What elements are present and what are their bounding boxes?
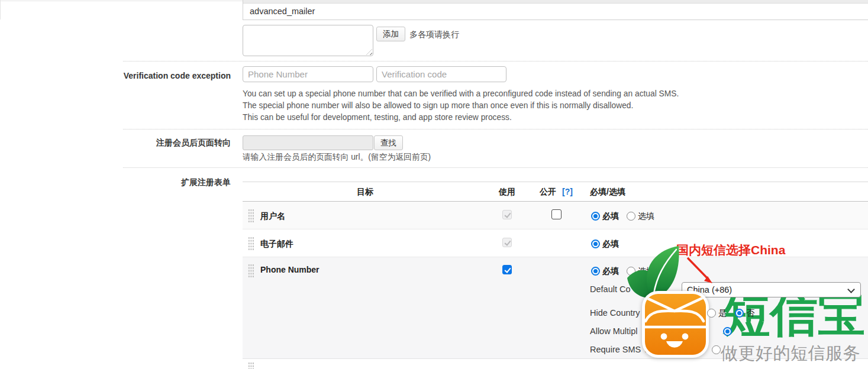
panel-left-border [0,0,1,20]
verification-exception-label: Verification code exception [65,71,231,80]
required-radio-label[interactable]: 必填 [602,266,619,277]
hide-country-no-label[interactable]: 否 [746,308,754,319]
row-label: Phone Number [260,265,320,274]
add-item-textarea[interactable] [243,25,373,56]
verification-help-line1: You can set up a special phone number th… [243,89,679,98]
separator [123,167,868,168]
header-required: 必填/选填 [590,187,625,198]
table-row-username: 用户名 必填 选填 [243,202,868,229]
required-radio-label[interactable]: 必填 [602,239,619,250]
hide-country-yes-radio[interactable] [707,309,716,318]
drag-handle-icon[interactable] [248,264,254,277]
watermark-slogan-text: 做更好的短信服务 [721,342,860,365]
required-radio[interactable] [591,212,600,221]
panel-top-border [0,1,243,1]
chevron-down-icon [847,286,855,293]
row-label: 电子邮件 [260,239,293,250]
optional-radio[interactable] [627,212,635,221]
listbox-partial-item[interactable] [243,0,868,4]
redirect-help: 请输入注册会员后的页面转向 url。(留空为返回前页) [243,152,431,163]
required-radio[interactable] [591,267,600,276]
drag-handle-icon[interactable] [248,209,254,222]
drag-handle-icon[interactable] [248,362,254,369]
add-button[interactable]: 添加 [376,27,405,41]
find-button[interactable]: 查找 [374,135,403,150]
mascot-logo [642,291,709,358]
verification-code-input[interactable] [376,66,506,82]
allow-multiple-label: Allow Multipl [590,326,638,336]
listbox-item-advanced-mailer[interactable]: advanced_mailer [243,4,868,20]
verification-help-line2: The special phone number will also be al… [243,101,633,110]
required-radio[interactable] [591,239,600,248]
redirect-url-input[interactable] [243,135,373,150]
table-header: 目标 使用 公开 [?] 必填/选填 [243,182,868,202]
hide-country-yes-label[interactable]: 是 [718,308,727,319]
multiline-hint: 多各项请换行 [409,30,459,40]
mascot-envelope-icon [645,294,706,355]
allow-multiple-radio[interactable] [723,327,732,336]
phone-number-input[interactable] [243,66,373,82]
mascot-face [645,294,706,355]
redirect-label: 注册会员后页面转向 [65,138,231,148]
header-public-help-link[interactable]: [?] [562,187,573,196]
use-checkbox-disabled [502,210,512,219]
require-sms-radio[interactable] [712,345,721,354]
resize-grip-icon[interactable] [366,49,372,55]
verification-help-line3: This can be useful for development, test… [243,113,512,122]
optional-radio-label[interactable]: 选填 [638,211,654,222]
public-checkbox[interactable] [551,209,562,219]
require-sms-label: Require SMS V [590,345,649,354]
header-use: 使用 [499,187,515,198]
use-checkbox-checked[interactable] [502,265,512,274]
mailer-listbox[interactable]: advanced_mailer [243,0,868,20]
required-radio-label[interactable]: 必填 [602,211,619,222]
separator [123,129,868,130]
row-label: 用户名 [260,211,285,222]
hide-country-no-radio[interactable] [735,309,744,318]
extended-form-label: 扩展注册表单 [65,177,231,188]
drag-handle-icon[interactable] [248,237,254,250]
use-checkbox-disabled [502,238,512,247]
header-target: 目标 [357,187,373,198]
header-public: 公开 [540,187,556,198]
separator [123,61,868,62]
hide-country-label: Hide Country [590,308,640,318]
